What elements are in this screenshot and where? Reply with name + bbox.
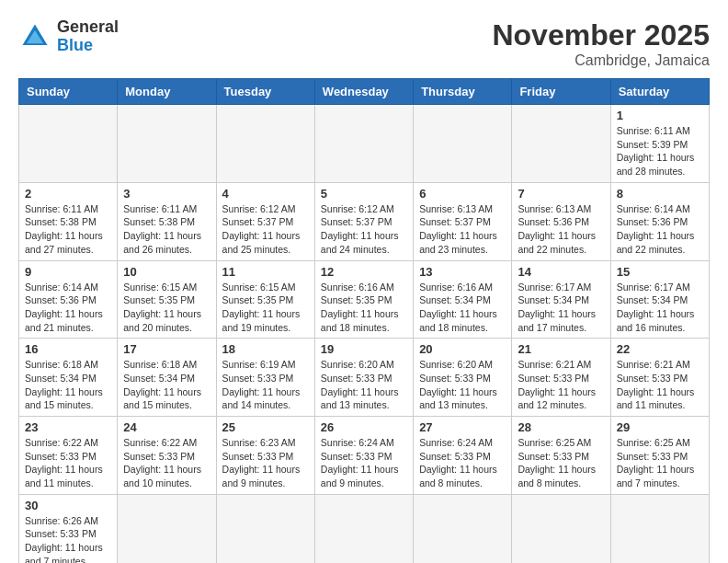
day-number: 4 [222, 187, 309, 201]
calendar-cell: 24Sunrise: 6:22 AM Sunset: 5:33 PM Dayli… [118, 417, 216, 495]
day-info: Sunrise: 6:17 AM Sunset: 5:34 PM Dayligh… [617, 281, 703, 335]
day-info: Sunrise: 6:13 AM Sunset: 5:36 PM Dayligh… [518, 202, 604, 257]
calendar-cell: 29Sunrise: 6:25 AM Sunset: 5:33 PM Dayli… [610, 417, 709, 495]
calendar-cell: 6Sunrise: 6:13 AM Sunset: 5:37 PM Daylig… [414, 182, 512, 260]
calendar-cell [512, 494, 610, 563]
calendar-cell: 15Sunrise: 6:17 AM Sunset: 5:34 PM Dayli… [610, 260, 709, 339]
calendar-cell [216, 105, 314, 183]
day-number: 20 [419, 342, 506, 356]
logo: GeneralBlue [18, 18, 119, 55]
day-number: 24 [123, 420, 210, 434]
calendar-cell: 23Sunrise: 6:22 AM Sunset: 5:33 PM Dayli… [19, 417, 118, 495]
day-info: Sunrise: 6:15 AM Sunset: 5:35 PM Dayligh… [123, 281, 210, 335]
day-number: 1 [617, 109, 703, 122]
calendar-cell: 14Sunrise: 6:17 AM Sunset: 5:34 PM Dayli… [512, 260, 610, 339]
calendar-week-row: 2Sunrise: 6:11 AM Sunset: 5:38 PM Daylig… [19, 182, 710, 260]
calendar-cell: 11Sunrise: 6:15 AM Sunset: 5:35 PM Dayli… [216, 260, 314, 339]
day-info: Sunrise: 6:22 AM Sunset: 5:33 PM Dayligh… [123, 436, 210, 490]
calendar-cell: 16Sunrise: 6:18 AM Sunset: 5:34 PM Dayli… [19, 339, 118, 417]
day-info: Sunrise: 6:11 AM Sunset: 5:39 PM Dayligh… [617, 124, 703, 178]
calendar-cell: 30Sunrise: 6:26 AM Sunset: 5:33 PM Dayli… [19, 494, 118, 563]
calendar-cell [414, 494, 512, 563]
day-number: 19 [321, 342, 407, 356]
calendar-cell: 28Sunrise: 6:25 AM Sunset: 5:33 PM Dayli… [512, 417, 610, 495]
month-title: November 2025 [492, 18, 710, 52]
day-info: Sunrise: 6:18 AM Sunset: 5:34 PM Dayligh… [123, 358, 210, 412]
day-number: 2 [25, 187, 111, 201]
calendar-cell: 19Sunrise: 6:20 AM Sunset: 5:33 PM Dayli… [314, 339, 413, 417]
calendar-cell: 1Sunrise: 6:11 AM Sunset: 5:39 PM Daylig… [610, 105, 709, 183]
day-info: Sunrise: 6:20 AM Sunset: 5:33 PM Dayligh… [321, 358, 407, 412]
calendar-cell: 7Sunrise: 6:13 AM Sunset: 5:36 PM Daylig… [512, 182, 610, 260]
calendar-cell: 5Sunrise: 6:12 AM Sunset: 5:37 PM Daylig… [314, 182, 413, 260]
day-info: Sunrise: 6:25 AM Sunset: 5:33 PM Dayligh… [518, 436, 604, 490]
day-number: 26 [321, 420, 407, 434]
day-info: Sunrise: 6:14 AM Sunset: 5:36 PM Dayligh… [617, 202, 703, 257]
calendar-cell: 25Sunrise: 6:23 AM Sunset: 5:33 PM Dayli… [216, 417, 314, 495]
day-number: 25 [222, 420, 309, 434]
day-info: Sunrise: 6:16 AM Sunset: 5:35 PM Dayligh… [321, 281, 407, 335]
day-info: Sunrise: 6:23 AM Sunset: 5:33 PM Dayligh… [222, 436, 309, 490]
title-block: November 2025 Cambridge, Jamaica [492, 18, 710, 69]
day-number: 30 [25, 499, 111, 512]
calendar-cell: 9Sunrise: 6:14 AM Sunset: 5:36 PM Daylig… [19, 260, 118, 339]
day-number: 29 [617, 420, 703, 434]
calendar-cell: 27Sunrise: 6:24 AM Sunset: 5:33 PM Dayli… [414, 417, 512, 495]
day-number: 5 [321, 187, 407, 201]
day-number: 23 [25, 420, 111, 434]
logo-icon [18, 20, 51, 53]
day-info: Sunrise: 6:19 AM Sunset: 5:33 PM Dayligh… [222, 358, 309, 412]
calendar-cell [414, 105, 512, 183]
calendar-cell: 18Sunrise: 6:19 AM Sunset: 5:33 PM Dayli… [216, 339, 314, 417]
calendar-cell: 10Sunrise: 6:15 AM Sunset: 5:35 PM Dayli… [118, 260, 216, 339]
page-header: GeneralBlue November 2025 Cambridge, Jam… [18, 18, 710, 69]
calendar-cell [314, 105, 413, 183]
calendar-cell [314, 494, 413, 563]
col-header-tuesday: Tuesday [216, 79, 314, 105]
calendar-week-row: 30Sunrise: 6:26 AM Sunset: 5:33 PM Dayli… [19, 494, 710, 563]
location: Cambridge, Jamaica [492, 52, 710, 69]
day-info: Sunrise: 6:18 AM Sunset: 5:34 PM Dayligh… [25, 358, 111, 412]
day-number: 11 [222, 265, 309, 279]
day-number: 15 [617, 265, 703, 279]
calendar-week-row: 23Sunrise: 6:22 AM Sunset: 5:33 PM Dayli… [19, 417, 710, 495]
logo-text: GeneralBlue [57, 18, 119, 55]
day-number: 28 [518, 420, 604, 434]
col-header-thursday: Thursday [414, 79, 512, 105]
calendar-cell: 22Sunrise: 6:21 AM Sunset: 5:33 PM Dayli… [610, 339, 709, 417]
calendar-cell: 3Sunrise: 6:11 AM Sunset: 5:38 PM Daylig… [118, 182, 216, 260]
day-number: 6 [419, 187, 506, 201]
calendar-week-row: 9Sunrise: 6:14 AM Sunset: 5:36 PM Daylig… [19, 260, 710, 339]
day-number: 8 [617, 187, 703, 201]
day-number: 27 [419, 420, 506, 434]
calendar-cell [118, 105, 216, 183]
day-number: 22 [617, 342, 703, 356]
calendar-cell: 20Sunrise: 6:20 AM Sunset: 5:33 PM Dayli… [414, 339, 512, 417]
day-number: 13 [419, 265, 506, 279]
calendar-table: SundayMondayTuesdayWednesdayThursdayFrid… [18, 78, 710, 563]
calendar-header-row: SundayMondayTuesdayWednesdayThursdayFrid… [19, 79, 710, 105]
col-header-saturday: Saturday [610, 79, 709, 105]
day-number: 3 [123, 187, 210, 201]
day-info: Sunrise: 6:16 AM Sunset: 5:34 PM Dayligh… [419, 281, 506, 335]
day-info: Sunrise: 6:17 AM Sunset: 5:34 PM Dayligh… [518, 281, 604, 335]
day-info: Sunrise: 6:20 AM Sunset: 5:33 PM Dayligh… [419, 358, 506, 412]
calendar-cell: 17Sunrise: 6:18 AM Sunset: 5:34 PM Dayli… [118, 339, 216, 417]
calendar-cell: 2Sunrise: 6:11 AM Sunset: 5:38 PM Daylig… [19, 182, 118, 260]
day-number: 12 [321, 265, 407, 279]
col-header-wednesday: Wednesday [314, 79, 413, 105]
calendar-cell [118, 494, 216, 563]
day-number: 21 [518, 342, 604, 356]
day-info: Sunrise: 6:21 AM Sunset: 5:33 PM Dayligh… [617, 358, 703, 412]
calendar-cell: 8Sunrise: 6:14 AM Sunset: 5:36 PM Daylig… [610, 182, 709, 260]
day-info: Sunrise: 6:11 AM Sunset: 5:38 PM Dayligh… [25, 202, 111, 257]
col-header-monday: Monday [118, 79, 216, 105]
day-number: 16 [25, 342, 111, 356]
day-info: Sunrise: 6:24 AM Sunset: 5:33 PM Dayligh… [419, 436, 506, 490]
day-info: Sunrise: 6:22 AM Sunset: 5:33 PM Dayligh… [25, 436, 111, 490]
day-number: 10 [123, 265, 210, 279]
day-info: Sunrise: 6:13 AM Sunset: 5:37 PM Dayligh… [419, 202, 506, 257]
day-info: Sunrise: 6:11 AM Sunset: 5:38 PM Dayligh… [123, 202, 210, 257]
calendar-week-row: 1Sunrise: 6:11 AM Sunset: 5:39 PM Daylig… [19, 105, 710, 183]
calendar-cell [610, 494, 709, 563]
